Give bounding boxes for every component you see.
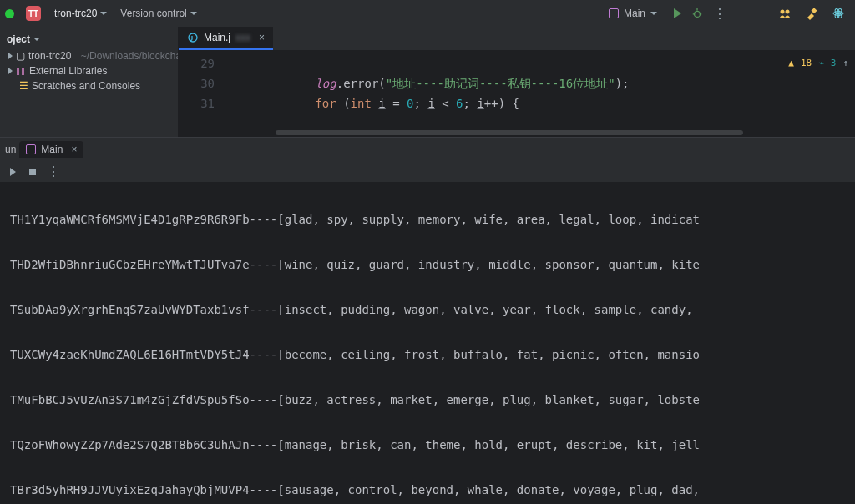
more-icon[interactable]: ⋮ — [47, 164, 60, 179]
code-editor[interactable]: 29 30 31 log.error("地址----助记词----私钥----1… — [179, 50, 855, 137]
tree-root-name: tron-trc20 — [28, 50, 71, 62]
console-line: TUXCWy4zaeKhUmdZAQL6E16HTmtVDY5tJ4----[b… — [10, 344, 855, 366]
code-text[interactable]: log.error("地址----助记词----私钥----16位地址"); f… — [225, 50, 855, 137]
run-toolbar: ⋮ — [0, 161, 855, 183]
editor-tabs: Main.j xxx × — [179, 27, 855, 50]
line-number: 30 — [179, 73, 215, 93]
run-config-name: Main — [624, 8, 645, 19]
svg-rect-6 — [811, 8, 817, 13]
console-line: TQzoFWhowyZZp7Ade2S7Q2BT8b6C3UhAJn----[m… — [10, 434, 855, 456]
editor-h-scrollbar[interactable] — [225, 129, 855, 137]
inspection-widget[interactable]: ▲ 18 ⌁ 3 ↑ — [788, 53, 848, 73]
close-tab-button[interactable]: × — [71, 144, 77, 155]
typo-icon: ⌁ — [818, 53, 824, 73]
chevron-right-icon — [8, 53, 13, 59]
warning-icon: ▲ — [788, 53, 794, 73]
window-maximize-dot[interactable] — [5, 9, 14, 18]
console-line: TSubDAa9yXrgrhEnqS7zaUvWYDTaxb1vsf----[i… — [10, 299, 855, 321]
tree-root[interactable]: ▢ tron-trc20 ~/Downloads/blockchain-mast… — [0, 48, 178, 63]
folder-icon: ▢ — [16, 50, 25, 62]
more-actions-icon[interactable]: ⋮ — [713, 6, 726, 22]
chevron-down-icon — [650, 12, 657, 15]
svg-point-7 — [837, 12, 840, 15]
line-number: 31 — [179, 93, 215, 113]
ai-assistant-icon[interactable] — [832, 7, 845, 20]
console-line: TBr3d5yhRH9JJVUyixEzqJahayQbjMUVP4----[s… — [10, 479, 855, 501]
stop-button[interactable] — [27, 166, 38, 178]
svg-point-5 — [786, 10, 790, 14]
java-file-icon — [187, 32, 199, 43]
run-tab-main[interactable]: Main × — [19, 141, 83, 158]
tree-scratches[interactable]: ☰ Scratches and Consoles — [0, 78, 178, 93]
svg-point-0 — [695, 11, 701, 17]
build-icon[interactable] — [805, 7, 818, 20]
debug-button[interactable] — [691, 8, 703, 19]
tree-root-path: ~/Downloads/blockchain-master — [81, 50, 178, 62]
editor-tab-label: Main.j — [204, 32, 230, 43]
code-with-me-icon[interactable] — [778, 7, 792, 20]
vcs-label: Version control — [120, 8, 186, 19]
scratches-icon: ☰ — [19, 80, 28, 92]
run-button[interactable] — [674, 8, 681, 18]
rerun-button[interactable] — [7, 166, 18, 178]
editor-tab-main[interactable]: Main.j xxx × — [179, 27, 273, 50]
typo-count: 3 — [831, 53, 837, 73]
close-tab-button[interactable]: × — [259, 32, 265, 43]
svg-point-4 — [781, 10, 785, 14]
chevron-right-icon — [8, 68, 13, 74]
warning-count: 18 — [801, 53, 812, 73]
project-selector[interactable]: tron-trc20 — [44, 4, 112, 23]
run-tabs: un Main × — [0, 138, 855, 161]
gutter: 29 30 31 — [179, 50, 225, 137]
scroll-up-icon[interactable]: ↑ — [842, 53, 848, 73]
tree-label: External Libraries — [29, 65, 107, 77]
vcs-menu[interactable]: Version control — [115, 4, 201, 23]
line-number: 29 — [179, 53, 215, 73]
console-output[interactable]: TH1Y1yqaWMCRf6MSMVjE4D1gRPz9R6R9Fb----[g… — [0, 183, 855, 504]
chevron-down-icon — [190, 12, 197, 15]
run-tool-window: un Main × ⋮ TH1Y1yqaWMCRf6MSMVjE4D1gRPz9… — [0, 137, 855, 504]
run-config-icon — [26, 144, 36, 154]
titlebar: TT tron-trc20 Version control Main ⋮ — [0, 0, 855, 27]
console-line: TMuFbBCJ5vUzAn3S71m4zGjZfdVSpu5fSo----[b… — [10, 389, 855, 411]
chevron-down-icon — [100, 12, 107, 15]
project-pane-label: oject — [7, 33, 30, 45]
run-config-selector[interactable]: Main — [602, 6, 664, 21]
run-config-icon — [609, 8, 619, 18]
chevron-down-icon — [33, 38, 40, 41]
console-line: TH1Y1yqaWMCRf6MSMVjE4D1gRPz9R6R9Fb----[g… — [10, 209, 855, 231]
tree-label: Scratches and Consoles — [32, 80, 140, 92]
tree-external-libs[interactable]: ⫿⫿ External Libraries — [0, 63, 178, 78]
console-line: THD2WfiDBhnriuGCbzEHreYMwtTJUTva7e----[w… — [10, 254, 855, 276]
project-pane-header[interactable]: oject — [0, 30, 178, 48]
svg-rect-12 — [29, 169, 36, 175]
project-name: tron-trc20 — [54, 8, 97, 19]
project-avatar[interactable]: TT — [26, 6, 41, 21]
project-tool-window[interactable]: oject ▢ tron-trc20 ~/Downloads/blockchai… — [0, 27, 179, 137]
run-tab-label: Main — [41, 144, 63, 155]
run-tool-label[interactable]: un — [5, 144, 16, 155]
library-icon: ⫿⫿ — [16, 65, 26, 77]
workspace: oject ▢ tron-trc20 ~/Downloads/blockchai… — [0, 27, 855, 137]
editor: Main.j xxx × 29 30 31 log.error("地址----助… — [179, 27, 855, 137]
